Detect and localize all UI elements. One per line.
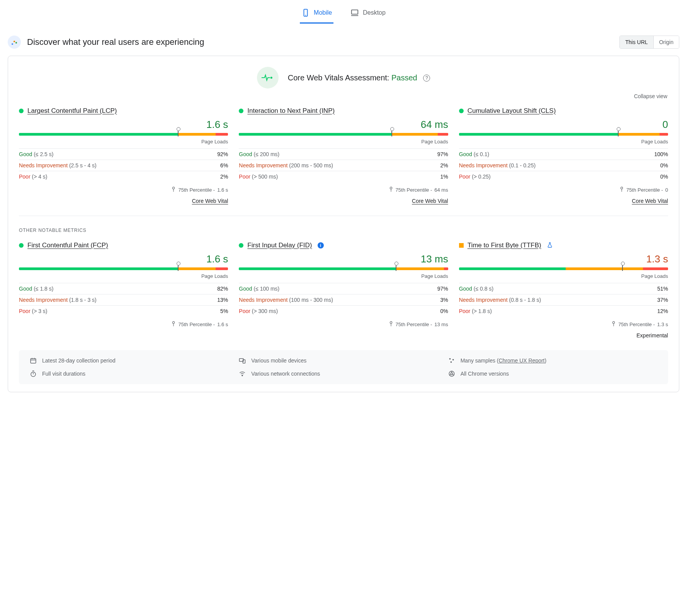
percentile-marker-icon (178, 129, 179, 136)
footer-period: Latest 28-day collection period (30, 357, 239, 364)
metric-name-link[interactable]: Cumulative Layout Shift (CLS) (468, 107, 556, 115)
footer-samples: Many samples (Chrome UX Report) (448, 357, 657, 364)
footer-durations: Full visit durations (30, 370, 239, 377)
pulse-icon (257, 67, 279, 88)
metric-value: 13 ms (239, 253, 448, 265)
assessment-result: Passed (391, 73, 417, 82)
flask-icon[interactable] (547, 242, 553, 249)
core-web-vital-link[interactable]: Core Web Vital (239, 198, 448, 204)
tab-mobile-label: Mobile (314, 9, 332, 16)
page-loads-label: Page Loads (459, 273, 668, 279)
pin-icon (389, 321, 393, 328)
other-metrics-header: OTHER NOTABLE METRICS (19, 228, 668, 233)
metric-ttfb: Time to First Byte (TTFB) 1.3 s Page Loa… (459, 242, 668, 339)
dist-good: Good (≤ 0.8 s)51% (459, 283, 668, 294)
svg-point-27 (452, 359, 454, 361)
dist-poor: Poor (> 0.25)0% (459, 171, 668, 182)
svg-rect-20 (31, 359, 36, 363)
svg-rect-2 (352, 10, 358, 14)
scatter-icon (448, 357, 455, 364)
page-loads-label: Page Loads (19, 273, 228, 279)
metric-fcp: First Contentful Paint (FCP) 1.6 s Page … (19, 242, 228, 339)
dist-good: Good (≤ 1.8 s)82% (19, 283, 228, 294)
svg-point-5 (14, 41, 15, 42)
field-data-panel: Core Web Vitals Assessment: Passed ? Col… (8, 56, 679, 392)
percentile-marker-icon (618, 129, 619, 136)
device-tabs: Mobile Desktop (4, 4, 683, 24)
other-metrics-grid: First Contentful Paint (FCP) 1.6 s Page … (14, 242, 673, 339)
calendar-icon (30, 357, 37, 364)
svg-point-6 (15, 42, 17, 44)
footer-devices: Various mobile devices (239, 357, 448, 364)
header: Discover what your real users are experi… (8, 36, 679, 49)
page-loads-label: Page Loads (239, 273, 448, 279)
dist-ni: Needs Improvement (100 ms - 300 ms)3% (239, 294, 448, 305)
desktop-icon (350, 9, 359, 17)
wifi-icon (239, 370, 246, 377)
page-loads-label: Page Loads (239, 139, 448, 145)
dist-ni: Needs Improvement (2.5 s - 4 s)6% (19, 160, 228, 171)
dist-poor: Poor (> 4 s)2% (19, 171, 228, 182)
svg-point-16 (390, 322, 392, 323)
metric-name-link[interactable]: First Input Delay (FID) (247, 242, 312, 249)
percentile-row: 75th Percentile - 64 ms (239, 187, 448, 193)
svg-point-10 (390, 187, 392, 189)
assessment-title: Core Web Vitals Assessment: Passed ? (288, 73, 430, 82)
dist-poor: Poor (> 300 ms)0% (239, 305, 448, 317)
percentile-marker-icon (391, 129, 392, 136)
header-icon (8, 36, 21, 49)
tab-desktop-label: Desktop (363, 9, 386, 16)
core-web-vital-link[interactable]: Core Web Vital (19, 198, 228, 204)
metric-name-link[interactable]: Interaction to Next Paint (INP) (247, 107, 335, 115)
toggle-this-url[interactable]: This URL (620, 36, 653, 48)
status-indicator (459, 109, 464, 113)
tab-desktop[interactable]: Desktop (349, 4, 387, 24)
divider (19, 216, 668, 216)
percentile-marker-icon (178, 264, 179, 271)
status-indicator (459, 243, 464, 248)
core-web-vitals-grid: Largest Contentful Paint (LCP) 1.6 s Pag… (14, 107, 673, 204)
metric-name-link[interactable]: Largest Contentful Paint (LCP) (27, 107, 117, 115)
distribution-bar (459, 133, 668, 136)
dist-good: Good (≤ 0.1)100% (459, 148, 668, 160)
chrome-ux-report-link[interactable]: Chrome UX Report (498, 357, 544, 364)
dist-poor: Poor (> 1.8 s)12% (459, 305, 668, 317)
assessment-prefix: Core Web Vitals Assessment: (288, 73, 391, 82)
metric-value: 1.3 s (459, 253, 668, 265)
status-indicator (239, 109, 243, 113)
tab-mobile[interactable]: Mobile (300, 4, 333, 24)
toggle-origin[interactable]: Origin (653, 36, 679, 48)
help-icon[interactable]: ? (423, 75, 430, 82)
svg-point-14 (173, 322, 175, 323)
metric-fid: First Input Delay (FID) i 13 ms Page Loa… (239, 242, 448, 339)
mobile-icon (301, 9, 310, 17)
dist-ni: Needs Improvement (200 ms - 500 ms)2% (239, 160, 448, 171)
info-icon[interactable]: i (318, 242, 324, 248)
url-origin-toggle: This URL Origin (619, 36, 679, 49)
devices-icon (239, 357, 246, 364)
metric-name-link[interactable]: Time to First Byte (TTFB) (468, 242, 541, 249)
status-indicator (239, 243, 243, 248)
percentile-row: 75th Percentile - 0 (459, 187, 668, 193)
distribution-bar (239, 267, 448, 270)
metric-value: 1.6 s (19, 253, 228, 265)
metric-value: 1.6 s (19, 119, 228, 131)
metric-name-link[interactable]: First Contentful Paint (FCP) (27, 242, 108, 249)
footer-info: Latest 28-day collection period Various … (19, 350, 668, 384)
dist-ni: Needs Improvement (1.8 s - 3 s)13% (19, 294, 228, 305)
svg-point-34 (451, 373, 452, 374)
collapse-view-link[interactable]: Collapse view (20, 93, 667, 99)
percentile-row: 75th Percentile - 1.6 s (19, 187, 228, 193)
page-loads-label: Page Loads (19, 139, 228, 145)
page-loads-label: Page Loads (459, 139, 668, 145)
distribution-bar (239, 133, 448, 136)
status-indicator (19, 109, 24, 113)
dist-good: Good (≤ 2.5 s)92% (19, 148, 228, 160)
chrome-icon (448, 370, 455, 377)
core-web-vital-link[interactable]: Core Web Vital (459, 198, 668, 204)
percentile-row: 75th Percentile - 1.3 s (459, 321, 668, 328)
experimental-label: Experimental (459, 332, 668, 339)
footer-network: Various network connections (239, 370, 448, 377)
dist-good: Good (≤ 100 ms)97% (239, 283, 448, 294)
svg-point-4 (12, 43, 13, 45)
